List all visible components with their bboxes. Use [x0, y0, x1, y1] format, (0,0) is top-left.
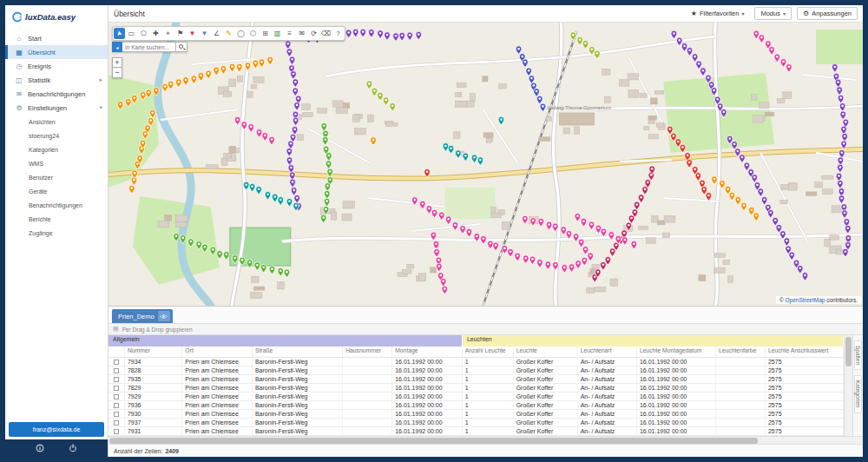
- info-icon[interactable]: [36, 444, 44, 452]
- table-cell: Prien am Chiemsee: [182, 393, 253, 400]
- sidebar-subitem-benutzer[interactable]: Benutzer: [5, 170, 108, 184]
- row-checkbox[interactable]: [114, 412, 119, 417]
- draw-icon[interactable]: ✎: [223, 28, 234, 39]
- column-header-hausnummer[interactable]: Hausnummer: [343, 346, 392, 357]
- scrollbar-thumb[interactable]: [109, 438, 758, 444]
- polygon-select-icon[interactable]: ⬠: [138, 28, 149, 39]
- sidebar-subitem-benachrichtigungen[interactable]: Benachrichtigungen: [5, 198, 108, 212]
- column-header-leuchte-anschlusswert[interactable]: Leuchte Anschlusswert: [766, 346, 844, 357]
- table-cell: 2575: [766, 384, 844, 392]
- sidebar-item-übersicht[interactable]: ▦Übersicht: [5, 45, 108, 59]
- table-row[interactable]: 7930Prien am ChiemseeBaronin-Ferstl-Weg1…: [108, 410, 844, 419]
- group-hint-label: Per Drag & Drop gruppieren: [122, 327, 193, 333]
- user-email-button[interactable]: franz@sixdata.de: [9, 422, 104, 437]
- circle-draw-icon[interactable]: ◯: [235, 28, 247, 39]
- search-collapse-button[interactable]: ◂: [112, 42, 122, 52]
- column-header-anzahl-leuchte[interactable]: Anzahl Leuchte: [463, 346, 514, 357]
- sidebar-subitem-stoerung24[interactable]: stoerung24: [5, 129, 108, 142]
- table-row[interactable]: 7935Prien am ChiemseeBaronin-Ferstl-Weg1…: [108, 375, 844, 384]
- zoom-in-button[interactable]: +: [112, 57, 122, 68]
- sidebar-item-ereignis[interactable]: ◷Ereignis: [5, 59, 108, 73]
- table-row[interactable]: 7929Prien am ChiemseeBaronin-Ferstl-Weg1…: [108, 393, 844, 401]
- grid-horizontal-scrollbar[interactable]: [108, 436, 863, 444]
- zoom-out-button[interactable]: −: [112, 68, 122, 78]
- sidebar-subitem-geräte[interactable]: Geräte: [5, 184, 108, 198]
- sidebar-subitem-berichte[interactable]: Berichte: [5, 212, 108, 226]
- table-row[interactable]: 7931Prien am ChiemseeBaronin-Ferstl-Weg1…: [108, 427, 844, 436]
- hexagon-draw-icon[interactable]: ⬡: [247, 28, 259, 39]
- search-button[interactable]: [176, 42, 187, 52]
- filter-remove-icon[interactable]: ▼: [187, 28, 198, 39]
- row-checkbox[interactable]: [114, 360, 119, 365]
- sidebar-item-benachrichtigungen[interactable]: ✉Benachrichtigungen: [5, 87, 108, 101]
- sidebar-subitem-ansichten[interactable]: Ansichten: [5, 115, 108, 129]
- refresh-icon[interactable]: ⟳: [308, 28, 319, 39]
- sidebar-subitem-zugänge[interactable]: Zugänge: [5, 226, 108, 240]
- table-row[interactable]: 7937Prien am ChiemseeBaronin-Ferstl-Weg1…: [108, 419, 844, 427]
- table-row[interactable]: 7828Prien am ChiemseeBaronin-Ferstl-Weg1…: [108, 366, 844, 375]
- osm-link[interactable]: OpenStreetMap: [786, 297, 825, 303]
- side-tab-kategorien[interactable]: Kategorien: [854, 375, 862, 412]
- group-by-bar[interactable]: ▤ Per Drag & Drop gruppieren: [108, 324, 863, 335]
- map-search-input[interactable]: [122, 42, 176, 52]
- sidebar-subitem-wms[interactable]: WMS: [5, 156, 108, 170]
- table-row[interactable]: 7934Prien am ChiemseeBaronin-Ferstl-Weg1…: [108, 358, 844, 366]
- column-header-leuchtenfarbe[interactable]: Leuchtenfarbe: [716, 346, 766, 357]
- sidebar-item-start[interactable]: ⌂Start: [5, 31, 108, 45]
- table-cell: [716, 358, 766, 366]
- row-checkbox[interactable]: [114, 403, 119, 408]
- measure-icon[interactable]: ∠: [211, 28, 222, 39]
- row-checkbox[interactable]: [114, 368, 119, 373]
- row-checkbox[interactable]: [114, 394, 119, 399]
- row-checkbox[interactable]: [114, 377, 119, 382]
- table-cell: 16.01.1992 00:00: [637, 427, 716, 435]
- help-icon[interactable]: ?: [332, 28, 344, 39]
- column-header-montage[interactable]: Montage: [392, 346, 463, 357]
- column-header-straße[interactable]: Straße: [253, 346, 343, 357]
- group-icon: ▤: [113, 326, 119, 333]
- delete-icon[interactable]: ⌫: [320, 28, 332, 39]
- sidebar-subitem-kategorien[interactable]: Kategorien: [5, 142, 108, 156]
- filter-favorites-button[interactable]: ★ Filterfavoriten ▾: [686, 8, 750, 19]
- table-icon[interactable]: ⊞: [260, 28, 271, 39]
- table-cell: 2575: [766, 419, 844, 426]
- chevron-down-icon: ▾: [741, 10, 744, 16]
- table-cell: Großer Koffer: [514, 375, 578, 383]
- table-row[interactable]: 7936Prien am ChiemseeBaronin-Ferstl-Weg1…: [108, 401, 844, 410]
- pointer-icon[interactable]: ➤: [114, 28, 125, 39]
- power-icon[interactable]: [69, 444, 77, 452]
- export-icon[interactable]: ✉: [296, 28, 307, 39]
- row-checkbox[interactable]: [114, 429, 119, 434]
- map-canvas[interactable]: Ludwig-Thoma-Gymnasium ➤▭⬠✚⌖⚑▼▼∠✎◯⬡⊞▥≡✉⟳…: [108, 23, 863, 306]
- sidebar-item-statistik[interactable]: ◫Statistik▸: [5, 73, 108, 87]
- table-cell: 16.01.1992 00:00: [392, 384, 463, 392]
- modus-button[interactable]: Modus ▾: [754, 7, 792, 20]
- filter-icon[interactable]: ▼: [199, 28, 210, 39]
- table-row[interactable]: 7829Prien am ChiemseeBaronin-Ferstl-Weg1…: [108, 384, 844, 393]
- column-header-leuchtenart[interactable]: Leuchtenart: [578, 346, 637, 357]
- center-map-icon[interactable]: ⌖: [162, 28, 174, 39]
- pan-icon[interactable]: ✚: [150, 28, 161, 39]
- row-checkbox[interactable]: [114, 420, 119, 426]
- notifications-icon: ✉: [15, 90, 23, 98]
- layers-icon[interactable]: ≡: [284, 28, 295, 39]
- grid-vertical-scrollbar[interactable]: [845, 335, 852, 436]
- tab-prien-demo[interactable]: Prien_Demo: [112, 309, 173, 323]
- table-cell: Großer Koffer: [514, 401, 578, 409]
- anpassungen-button[interactable]: ⚙ Anpassungen: [797, 7, 858, 20]
- scrollbar-thumb[interactable]: [845, 337, 852, 366]
- column-header-leuchte-montagedatum[interactable]: Leuchte Montagedatum: [637, 346, 716, 357]
- column-header-leuchte[interactable]: Leuchte: [514, 346, 578, 357]
- row-checkbox[interactable]: [114, 386, 119, 391]
- eye-icon[interactable]: [158, 311, 170, 321]
- column-header-nummer[interactable]: Nummer: [125, 346, 182, 357]
- grid-zone: AllgemeinLeuchtenNummerOrtStraßeHausnumm…: [108, 335, 863, 436]
- sidebar-item-einstellungen[interactable]: ⚙Einstellungen▾: [5, 101, 108, 115]
- box-select-icon[interactable]: ▭: [126, 28, 137, 39]
- chart-icon[interactable]: ▥: [272, 28, 283, 39]
- side-tab-spalten[interactable]: Spalten: [854, 340, 862, 370]
- column-header-ort[interactable]: Ort: [182, 346, 253, 357]
- map-toolbar: ➤▭⬠✚⌖⚑▼▼∠✎◯⬡⊞▥≡✉⟳⌫?: [112, 26, 345, 41]
- table-cell: [343, 393, 392, 400]
- marker-icon[interactable]: ⚑: [174, 28, 186, 39]
